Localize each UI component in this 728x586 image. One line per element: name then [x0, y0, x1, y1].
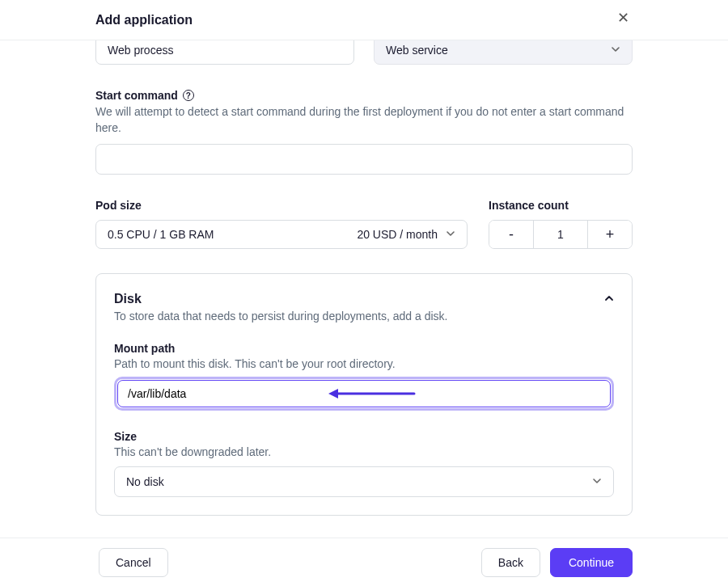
pod-size-value: 0.5 CPU / 1 GB RAM [108, 228, 214, 241]
instance-increment-button[interactable]: + [588, 221, 632, 248]
size-value: No disk [126, 475, 164, 488]
continue-button[interactable]: Continue [550, 548, 633, 577]
close-button[interactable]: ✕ [613, 8, 633, 27]
chevron-up-icon [604, 292, 614, 306]
close-icon: ✕ [617, 9, 629, 27]
instance-stepper: - 1 + [489, 220, 633, 249]
start-command-help: We will attempt to detect a start comman… [95, 104, 633, 136]
footer-bar: Cancel Back Continue [0, 538, 728, 586]
mount-path-help: Path to mount this disk. This can't be y… [114, 357, 614, 370]
chevron-down-icon [446, 228, 455, 241]
instance-decrement-button[interactable]: - [489, 221, 533, 248]
pod-size-label: Pod size [95, 199, 468, 212]
mount-path-input[interactable] [117, 380, 611, 407]
page-title: Add application [95, 13, 193, 27]
chevron-down-icon [611, 44, 620, 57]
pod-size-price: 20 USD / month [357, 228, 438, 241]
disk-title: Disk [114, 292, 447, 306]
instance-count-value: 1 [533, 221, 588, 248]
size-help: This can't be downgraded later. [114, 445, 614, 458]
chevron-down-icon [592, 475, 602, 488]
cancel-button[interactable]: Cancel [99, 548, 168, 577]
help-icon[interactable]: ? [183, 90, 194, 101]
size-select[interactable]: No disk [114, 466, 614, 497]
process-name-value: Web process [108, 44, 173, 57]
mount-path-label: Mount path [114, 342, 614, 355]
collapse-button[interactable] [604, 292, 614, 306]
size-label: Size [114, 430, 614, 443]
pod-size-select[interactable]: 0.5 CPU / 1 GB RAM 20 USD / month [95, 220, 468, 249]
process-name-input[interactable]: Web process [95, 40, 354, 65]
disk-subtitle: To store data that needs to persist duri… [114, 310, 447, 323]
process-type-value: Web service [386, 44, 448, 57]
mount-path-highlight [114, 377, 614, 411]
process-type-select[interactable]: Web service [374, 40, 633, 65]
disk-panel: Disk To store data that needs to persist… [95, 273, 633, 516]
back-button[interactable]: Back [481, 548, 540, 577]
instance-count-label: Instance count [489, 199, 633, 212]
start-command-label: Start command [95, 89, 178, 102]
start-command-input[interactable] [95, 144, 633, 175]
